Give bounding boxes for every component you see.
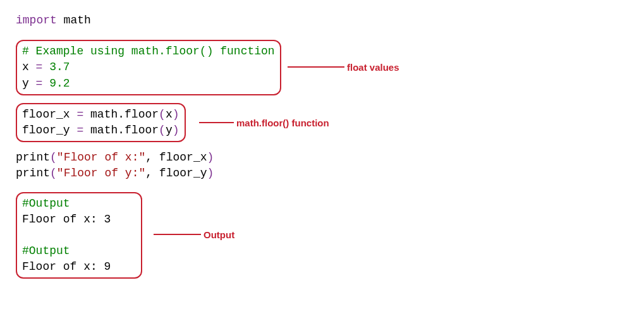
output-line-1: Floor of x: 3	[22, 212, 136, 227]
assign-x-line: x = 3.7	[22, 59, 275, 75]
output-line-2: Floor of x: 9	[22, 259, 136, 275]
assign-y-line: y = 9.2	[22, 76, 275, 92]
connector-line	[288, 66, 344, 68]
output-comment-1: #Output	[22, 196, 136, 212]
comment-line: # Example using math.floor() function	[22, 44, 275, 59]
import-statement: import math	[16, 13, 628, 28]
float-values-annotation: float values	[347, 61, 399, 74]
output-box: #Output Floor of x: 3 #Output Floor of x…	[16, 192, 142, 279]
math-floor-box: floor_x = math.floor(x) floor_y = math.f…	[16, 103, 186, 142]
floor-y-line: floor_y = math.floor(y)	[22, 123, 179, 138]
print-block: print("Floor of x:", floor_x) print("Flo…	[16, 150, 628, 181]
connector-line	[154, 234, 201, 235]
module-name: math	[57, 14, 91, 27]
blank-line	[22, 227, 136, 243]
output-section: #Output Floor of x: 3 #Output Floor of x…	[16, 192, 628, 279]
floor-x-line: floor_x = math.floor(x)	[22, 107, 179, 123]
float-values-section: # Example using math.floor() function x …	[16, 40, 628, 95]
connector-line	[199, 122, 234, 123]
float-values-box: # Example using math.floor() function x …	[16, 40, 281, 95]
print-x-line: print("Floor of x:", floor_x)	[16, 150, 628, 166]
output-comment-2: #Output	[22, 243, 136, 259]
output-annotation: Output	[204, 228, 234, 241]
import-keyword: import	[16, 14, 57, 27]
math-floor-section: floor_x = math.floor(x) floor_y = math.f…	[16, 103, 628, 142]
print-y-line: print("Floor of y:", floor_y)	[16, 166, 628, 181]
math-floor-annotation: math.floor() function	[236, 116, 329, 130]
